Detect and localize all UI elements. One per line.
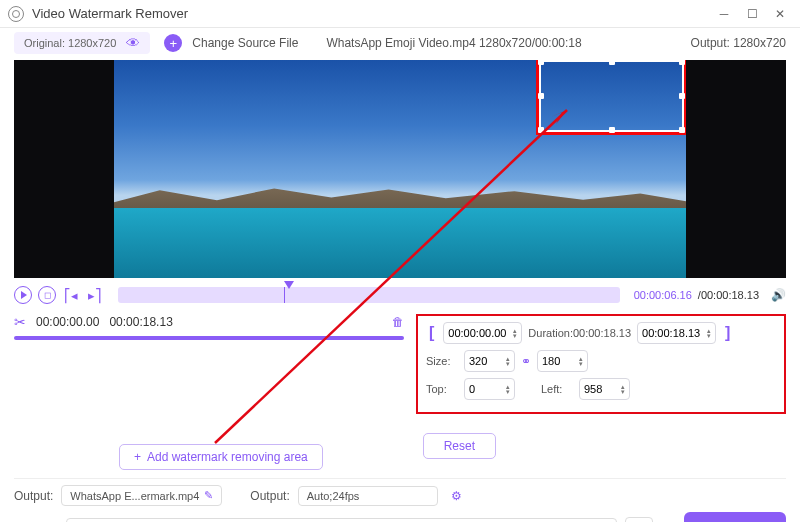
browse-button[interactable]: … (625, 517, 653, 523)
maximize-icon[interactable]: ☐ (740, 4, 764, 24)
output-label-1: Output: (14, 489, 53, 503)
current-time: 00:00:06.16 (634, 289, 692, 301)
range-end-input[interactable] (642, 327, 704, 339)
file-info: WhatsApp Emoji Video.mp4 1280x720/00:00:… (326, 36, 581, 50)
volume-icon[interactable]: 🔊 (771, 288, 786, 302)
left-label: Left: (541, 383, 573, 395)
visibility-toggle-icon[interactable]: 👁 (126, 35, 140, 51)
play-button[interactable] (14, 286, 32, 304)
spinner-icon[interactable]: ▴▾ (506, 356, 510, 366)
delete-segment-icon[interactable]: 🗑 (392, 315, 404, 329)
size-label: Size: (426, 355, 458, 367)
spinner-icon[interactable]: ▴▾ (621, 384, 625, 394)
save-path: D:\ArkThinker\ArkThinker Video Converter… (66, 518, 617, 523)
selection-params-panel: [ ▴▾ Duration:00:00:18.13 ▴▾ ] Size: ▴▾ … (416, 314, 786, 414)
segment-start: 00:00:00.00 (36, 315, 99, 329)
output-format: Auto;24fps (307, 490, 360, 502)
scissors-icon[interactable]: ✂ (14, 314, 26, 330)
change-source-label[interactable]: Change Source File (192, 36, 298, 50)
video-preview[interactable] (14, 60, 786, 278)
minimize-icon[interactable]: ─ (712, 4, 736, 24)
app-logo-icon (8, 6, 24, 22)
spinner-icon[interactable]: ▴▾ (513, 328, 517, 338)
output-filename: WhatsApp E...ermark.mp4 (70, 490, 199, 502)
change-source-button[interactable]: + (164, 34, 182, 52)
selection-box[interactable] (539, 60, 684, 132)
range-end-bracket[interactable]: ] (722, 324, 733, 342)
left-input[interactable] (584, 383, 618, 395)
spinner-icon[interactable]: ▴▾ (506, 384, 510, 394)
output-resolution: Output: 1280x720 (691, 36, 786, 50)
link-aspect-icon[interactable]: ⚭ (521, 354, 531, 368)
add-area-button[interactable]: + Add watermark removing area (119, 444, 323, 470)
plus-icon: + (134, 450, 141, 464)
top-input[interactable] (469, 383, 503, 395)
export-button[interactable]: Export (684, 512, 786, 522)
close-icon[interactable]: ✕ (768, 4, 792, 24)
app-title: Video Watermark Remover (32, 6, 188, 21)
spinner-icon[interactable]: ▴▾ (707, 328, 711, 338)
reset-button[interactable]: Reset (423, 433, 496, 459)
original-resolution-label: Original: 1280x720 (24, 37, 116, 49)
top-label: Top: (426, 383, 458, 395)
duration-label: Duration:00:00:18.13 (528, 327, 631, 339)
settings-icon[interactable]: ⚙ (451, 489, 462, 503)
range-start-input[interactable] (448, 327, 510, 339)
segment-end: 00:00:18.13 (109, 315, 172, 329)
range-start-bracket[interactable]: [ (426, 324, 437, 342)
original-resolution-box: Original: 1280x720 👁 (14, 32, 150, 54)
segment-bar[interactable] (14, 336, 404, 340)
edit-filename-icon[interactable]: ✎ (204, 489, 213, 502)
add-area-label: Add watermark removing area (147, 450, 308, 464)
total-time: /00:00:18.13 (698, 289, 759, 301)
prev-frame-button[interactable]: ⎡◂ (62, 286, 80, 304)
width-input[interactable] (469, 355, 503, 367)
height-input[interactable] (542, 355, 576, 367)
spinner-icon[interactable]: ▴▾ (579, 356, 583, 366)
output-label-2: Output: (250, 489, 289, 503)
stop-button[interactable]: ◻ (38, 286, 56, 304)
timeline-scrubber[interactable] (118, 287, 620, 303)
next-frame-button[interactable]: ▸⎤ (86, 286, 104, 304)
